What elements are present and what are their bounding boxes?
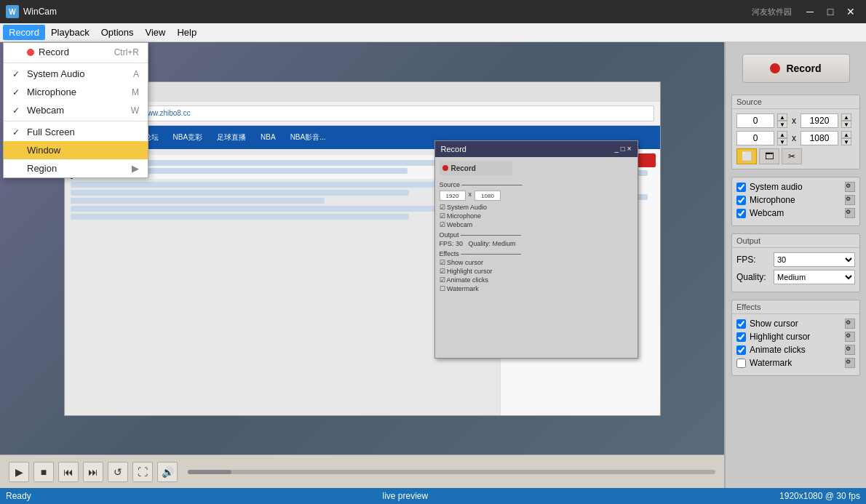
check-webcam: ✓ bbox=[12, 105, 24, 116]
webcam-settings[interactable]: ⚙ bbox=[845, 208, 855, 218]
microphone-settings[interactable]: ⚙ bbox=[845, 195, 855, 205]
microphone-row: Microphone ⚙ bbox=[736, 195, 855, 205]
progress-bar[interactable] bbox=[188, 470, 715, 474]
app-icon: W bbox=[6, 5, 19, 18]
fps-select[interactable]: 30 60 24 bbox=[774, 252, 855, 267]
watermark-checkbox[interactable] bbox=[736, 359, 746, 368]
dropdown-window[interactable]: Window bbox=[4, 141, 148, 159]
minimize-button[interactable]: ─ bbox=[801, 4, 819, 20]
nav-more[interactable]: NBA影音... bbox=[286, 131, 330, 144]
animate-clicks-checkbox[interactable] bbox=[736, 345, 746, 355]
window-controls: ─ □ ✕ bbox=[801, 4, 860, 20]
record-dropdown: Record Ctrl+R ✓ System Audio A ✓ Microph… bbox=[3, 42, 148, 178]
menu-options[interactable]: Options bbox=[95, 25, 140, 40]
mock-url-bar[interactable]: https://www.zhibo8.cc bbox=[116, 105, 654, 121]
source-y-input[interactable] bbox=[736, 131, 774, 145]
show-cursor-checkbox[interactable] bbox=[736, 319, 746, 329]
source-y-spinners: ▲ ▼ bbox=[777, 131, 787, 145]
source-y-down[interactable]: ▼ bbox=[777, 138, 787, 145]
menu-record[interactable]: Record bbox=[3, 25, 45, 40]
microphone-checkbox[interactable] bbox=[736, 196, 746, 205]
dropdown-microphone-label: Microphone bbox=[27, 87, 117, 97]
check-region bbox=[12, 164, 24, 174]
source-section-title: Source bbox=[732, 95, 859, 109]
nav-nba[interactable]: NBA竞彩 bbox=[169, 131, 207, 144]
source-x-down[interactable]: ▼ bbox=[777, 121, 787, 128]
highlight-cursor-settings[interactable]: ⚙ bbox=[845, 332, 855, 342]
source-region-btn[interactable]: ✂ bbox=[782, 148, 802, 164]
record-button[interactable]: Record bbox=[742, 54, 850, 83]
menu-playback[interactable]: Playback bbox=[45, 25, 95, 40]
dropdown-microphone[interactable]: ✓ Microphone M bbox=[4, 83, 148, 101]
source-window-btn[interactable]: 🗔 bbox=[759, 148, 779, 164]
audio-section: System audio ⚙ Microphone ⚙ Webcam ⚙ bbox=[731, 177, 860, 226]
check-full-screen: ✓ bbox=[12, 127, 24, 137]
source-x-input[interactable] bbox=[736, 113, 774, 128]
webcam-shortcut: W bbox=[131, 105, 139, 116]
nested-record-content: Record Source ───────────── 1920 x 1080 … bbox=[435, 157, 500, 298]
source-width-input[interactable] bbox=[801, 113, 838, 128]
nested-record-title: Record _ □ × bbox=[435, 149, 500, 157]
mock-page-content: Record _ □ × Record Source ───────────── bbox=[65, 149, 660, 415]
status-left: Ready bbox=[6, 491, 31, 501]
dropdown-system-audio[interactable]: ✓ System Audio A bbox=[4, 65, 148, 83]
source-height-down[interactable]: ▼ bbox=[841, 138, 851, 145]
dropdown-webcam[interactable]: ✓ Webcam W bbox=[4, 101, 148, 119]
volume-button[interactable]: 🔊 bbox=[157, 462, 178, 482]
loop-button[interactable]: ↺ bbox=[108, 462, 128, 482]
dropdown-record[interactable]: Record Ctrl+R bbox=[4, 43, 148, 61]
fullscreen-play-button[interactable]: ⛶ bbox=[132, 462, 153, 482]
source-width-down[interactable]: ▼ bbox=[841, 121, 851, 128]
app-title: WinCam bbox=[23, 7, 752, 17]
audio-section-content: System audio ⚙ Microphone ⚙ Webcam ⚙ bbox=[732, 177, 859, 225]
source-height-input[interactable] bbox=[801, 131, 838, 145]
show-cursor-label: Show cursor bbox=[750, 319, 798, 329]
mock-tabs: 直播吧 ✕ + bbox=[65, 82, 660, 103]
menu-help[interactable]: Help bbox=[171, 25, 202, 40]
prev-button[interactable]: ⏮ bbox=[58, 462, 79, 482]
highlight-cursor-label: Highlight cursor bbox=[750, 332, 810, 342]
dropdown-region[interactable]: Region ▶ bbox=[4, 159, 148, 177]
source-height-up[interactable]: ▲ bbox=[841, 131, 851, 138]
animate-clicks-row: Animate clicks ⚙ bbox=[736, 345, 855, 355]
dropdown-full-screen[interactable]: ✓ Full Screen bbox=[4, 123, 148, 141]
source-fullscreen-btn[interactable]: ⬜ bbox=[736, 148, 757, 164]
webcam-checkbox[interactable] bbox=[736, 209, 746, 218]
stop-button[interactable]: ■ bbox=[33, 462, 54, 482]
source-row-2: ▲ ▼ x ▲ ▼ bbox=[736, 131, 855, 145]
next-button[interactable]: ⏭ bbox=[83, 462, 103, 482]
nested-record-window: Record _ □ × Record Source ───────────── bbox=[434, 149, 500, 359]
title-bar: W WinCam 河友软件园 ─ □ ✕ bbox=[0, 0, 866, 23]
quality-select[interactable]: Medium High Low bbox=[774, 270, 855, 284]
maximize-button[interactable]: □ bbox=[821, 4, 840, 20]
animate-clicks-settings[interactable]: ⚙ bbox=[845, 345, 855, 355]
watermark-text: 河友软件园 bbox=[752, 7, 792, 17]
fps-label: FPS: bbox=[736, 255, 769, 265]
source-y-up[interactable]: ▲ bbox=[777, 131, 787, 138]
effects-section: Effects Show cursor ⚙ Highlight cursor ⚙… bbox=[731, 300, 860, 376]
source-x-up[interactable]: ▲ bbox=[777, 113, 787, 121]
microphone-shortcut: M bbox=[132, 87, 139, 97]
system-audio-checkbox[interactable] bbox=[736, 183, 746, 192]
separator-1 bbox=[4, 63, 148, 63]
watermark-settings[interactable]: ⚙ bbox=[845, 358, 855, 368]
nav-nba2[interactable]: NBA bbox=[256, 132, 280, 143]
close-button[interactable]: ✕ bbox=[841, 4, 860, 20]
right-panel: Record Source ▲ ▼ x ▲ ▼ bbox=[724, 42, 866, 488]
dropdown-system-audio-label: System Audio bbox=[27, 68, 119, 79]
play-button[interactable]: ▶ bbox=[9, 462, 29, 482]
source-x-label: x bbox=[792, 116, 796, 126]
system-audio-row: System audio ⚙ bbox=[736, 182, 855, 192]
microphone-label: Microphone bbox=[750, 195, 795, 205]
system-audio-settings[interactable]: ⚙ bbox=[845, 182, 855, 192]
source-section-content: ▲ ▼ x ▲ ▼ ▲ ▼ x bbox=[732, 109, 859, 169]
webcam-label: Webcam bbox=[750, 208, 784, 218]
mock-urlbar: ◀ ▶ ↻ https://www.zhibo8.cc bbox=[65, 102, 660, 124]
menu-view[interactable]: View bbox=[139, 25, 171, 40]
highlight-cursor-checkbox[interactable] bbox=[736, 332, 746, 342]
watermark-row: Watermark ⚙ bbox=[736, 358, 855, 368]
show-cursor-settings[interactable]: ⚙ bbox=[845, 319, 855, 329]
dropdown-record-label: Record bbox=[39, 47, 100, 57]
nav-football[interactable]: 足球直播 bbox=[212, 131, 250, 144]
source-width-up[interactable]: ▲ bbox=[841, 113, 851, 121]
